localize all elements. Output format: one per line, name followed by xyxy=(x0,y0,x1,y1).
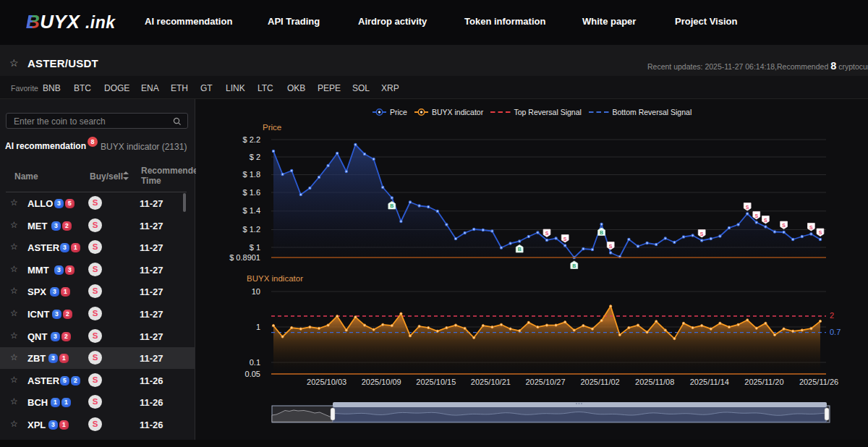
svg-text:2025/10/21: 2025/10/21 xyxy=(471,378,511,386)
svg-text:10: 10 xyxy=(252,287,260,296)
svg-text:B: B xyxy=(390,203,393,208)
svg-text:2025/10/27: 2025/10/27 xyxy=(525,378,565,386)
svg-text:BUYX indicator: BUYX indicator xyxy=(247,274,303,283)
svg-text:S: S xyxy=(700,231,704,237)
svg-text:2025/11/20: 2025/11/20 xyxy=(744,378,783,386)
svg-text:2025/11/26: 2025/11/26 xyxy=(799,378,838,386)
svg-text:S: S xyxy=(563,237,567,242)
svg-text:S: S xyxy=(764,218,767,223)
svg-text:S: S xyxy=(746,205,749,210)
svg-text:0.1: 0.1 xyxy=(250,358,260,367)
svg-text:2: 2 xyxy=(830,311,834,320)
svg-text:2025/11/02: 2025/11/02 xyxy=(580,378,619,386)
svg-text:$ 2: $ 2 xyxy=(250,153,260,161)
svg-text:S: S xyxy=(819,230,822,235)
svg-text:B: B xyxy=(518,247,522,252)
svg-text:$ 1.8: $ 1.8 xyxy=(243,170,260,179)
svg-text:S: S xyxy=(545,231,549,236)
svg-text:2025/11/08: 2025/11/08 xyxy=(635,378,674,386)
svg-text:$ 1.4: $ 1.4 xyxy=(243,206,260,215)
svg-text:S: S xyxy=(609,244,613,249)
svg-text:2025/10/09: 2025/10/09 xyxy=(362,378,401,386)
svg-text:B: B xyxy=(600,230,603,235)
svg-text:2025/10/15: 2025/10/15 xyxy=(416,378,456,386)
svg-text:$ 0.8901: $ 0.8901 xyxy=(229,253,260,262)
svg-text:S: S xyxy=(754,213,758,218)
svg-text:BUYX indicator: BUYX indicator xyxy=(432,108,484,116)
svg-text:$ 1: $ 1 xyxy=(250,243,260,252)
svg-text:1: 1 xyxy=(256,323,260,331)
svg-text:2025/10/03: 2025/10/03 xyxy=(307,378,346,386)
svg-text:S: S xyxy=(809,225,813,230)
svg-text:2025/11/14: 2025/11/14 xyxy=(690,378,729,386)
svg-text:0.7: 0.7 xyxy=(830,328,841,336)
svg-text:Price: Price xyxy=(390,108,407,116)
svg-text:$ 2.2: $ 2.2 xyxy=(243,135,260,144)
svg-text:B: B xyxy=(572,263,576,268)
svg-text:S: S xyxy=(782,223,786,228)
svg-text:$ 1.6: $ 1.6 xyxy=(243,188,260,197)
svg-text:Price: Price xyxy=(263,123,281,132)
svg-text:Top Reversal Signal: Top Reversal Signal xyxy=(514,108,582,116)
svg-text:Bottom Reversal Signal: Bottom Reversal Signal xyxy=(613,108,692,116)
svg-text:0.05: 0.05 xyxy=(245,370,260,378)
svg-text:$ 1.2: $ 1.2 xyxy=(243,225,260,234)
